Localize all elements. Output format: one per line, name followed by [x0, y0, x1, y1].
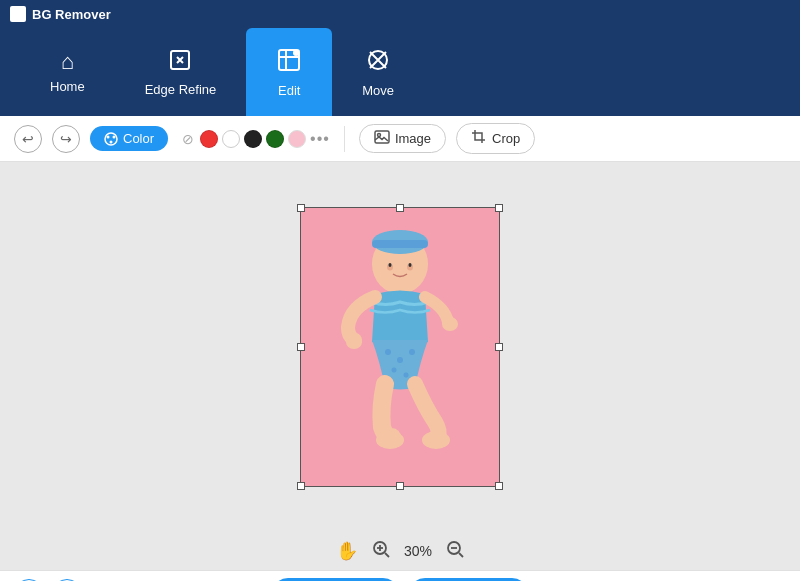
crop-label: Crop — [492, 131, 520, 146]
nav-label-edge-refine: Edge Refine — [145, 82, 217, 97]
svg-point-25 — [392, 368, 397, 373]
nav-label-move: Move — [362, 83, 394, 98]
svg-point-10 — [110, 140, 113, 143]
zoom-in-icon[interactable] — [372, 540, 390, 562]
color-swatch-white[interactable] — [222, 130, 240, 148]
color-swatch-green[interactable] — [266, 130, 284, 148]
svg-rect-15 — [372, 240, 428, 248]
svg-line-34 — [459, 553, 463, 557]
zoom-out-icon[interactable] — [446, 540, 464, 562]
hand-tool-icon[interactable]: ✋ — [336, 540, 358, 562]
color-palette-icon — [104, 132, 118, 146]
no-color-icon[interactable]: ⊘ — [180, 131, 196, 147]
svg-rect-11 — [375, 131, 389, 143]
edge-refine-icon — [168, 48, 192, 76]
redo-button[interactable]: ↪ — [52, 125, 80, 153]
color-label: Color — [123, 131, 154, 146]
svg-point-23 — [397, 357, 403, 363]
color-swatch-black[interactable] — [244, 130, 262, 148]
app-header: 🖼 BG Remover — [0, 0, 800, 28]
nav-item-move[interactable]: Move — [332, 28, 424, 116]
more-colors-button[interactable]: ••• — [310, 130, 330, 148]
svg-point-22 — [385, 349, 391, 355]
image-label: Image — [395, 131, 431, 146]
svg-point-20 — [346, 335, 362, 349]
nav-label-edit: Edit — [278, 83, 300, 98]
app-title: BG Remover — [32, 7, 111, 22]
svg-point-28 — [422, 431, 450, 449]
color-swatch-red[interactable] — [200, 130, 218, 148]
crop-icon — [471, 129, 487, 148]
svg-point-27 — [376, 431, 404, 449]
nav-item-edit[interactable]: Edit — [246, 28, 332, 116]
image-frame[interactable] — [300, 207, 500, 487]
image-button[interactable]: Image — [359, 124, 446, 153]
undo-icon: ↩ — [22, 131, 34, 147]
svg-point-9 — [113, 135, 116, 138]
color-swatch-pink[interactable] — [288, 130, 306, 148]
svg-point-21 — [442, 317, 458, 331]
zoom-bar: ✋ 30% — [0, 532, 800, 570]
toolbar: ↩ ↪ Color ⊘ ••• Image — [0, 116, 800, 162]
toolbar-divider — [344, 126, 345, 152]
svg-point-12 — [377, 134, 380, 137]
crop-button[interactable]: Crop — [456, 123, 535, 154]
svg-point-8 — [107, 135, 110, 138]
svg-point-26 — [404, 373, 409, 378]
svg-point-24 — [409, 349, 415, 355]
nav-label-home: Home — [50, 79, 85, 94]
nav-item-edge-refine[interactable]: Edge Refine — [115, 28, 247, 116]
baby-figure — [300, 207, 500, 487]
edit-icon — [276, 47, 302, 77]
canvas-area — [0, 162, 800, 532]
redo-icon: ↪ — [60, 131, 72, 147]
color-swatches: ⊘ ••• — [180, 130, 330, 148]
logo-icon: 🖼 — [10, 6, 26, 22]
footer: ‹ › New Image Download — [0, 570, 800, 581]
svg-point-18 — [389, 263, 392, 267]
zoom-level: 30% — [404, 543, 432, 559]
undo-button[interactable]: ↩ — [14, 125, 42, 153]
svg-line-30 — [385, 553, 389, 557]
nav-item-home[interactable]: ⌂ Home — [20, 28, 115, 116]
home-icon: ⌂ — [61, 51, 74, 73]
navbar: ⌂ Home Edge Refine Edit — [0, 28, 800, 116]
app-logo: 🖼 BG Remover — [10, 6, 111, 22]
move-icon — [365, 47, 391, 77]
color-button[interactable]: Color — [90, 126, 168, 151]
svg-point-19 — [409, 263, 412, 267]
image-icon — [374, 130, 390, 147]
